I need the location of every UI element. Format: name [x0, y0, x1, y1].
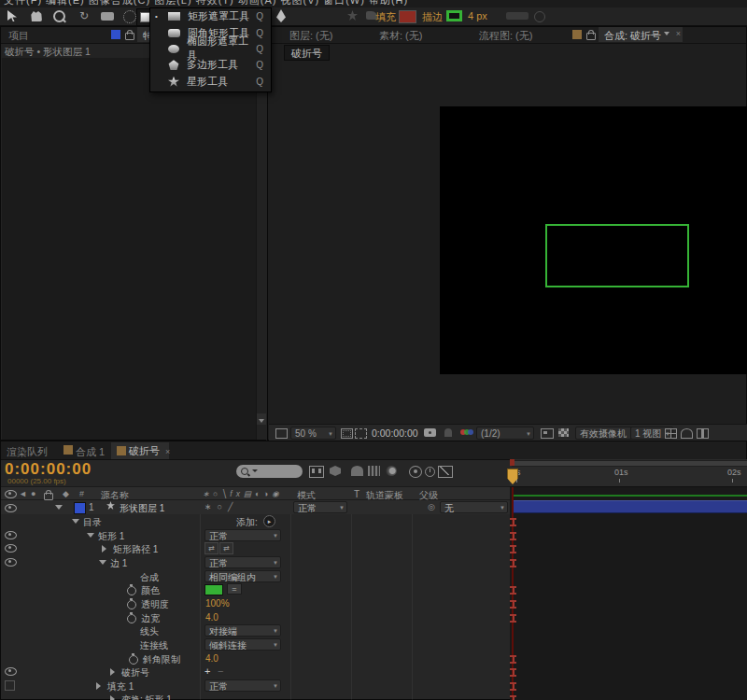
current-timecode[interactable]: 0:00:00:00 [5, 460, 92, 479]
fill-label[interactable]: 填充 [375, 10, 396, 24]
color-swatch[interactable] [204, 584, 223, 595]
snapshot-camera-icon[interactable] [424, 428, 436, 437]
property-row-边 1[interactable]: 边 1正常 [1, 555, 510, 568]
region-of-interest-icon[interactable] [355, 428, 367, 439]
twirl-down-arrow[interactable] [72, 519, 79, 524]
twirl-right-arrow[interactable] [110, 668, 115, 676]
camera-tool[interactable] [101, 12, 114, 21]
comp-lock-icon[interactable] [586, 33, 596, 40]
menu-item-polygon-tool[interactable]: 多边形工具Q [150, 57, 271, 73]
stopwatch-icon[interactable] [127, 600, 136, 609]
comp-tab-menu-arrow[interactable] [664, 32, 669, 35]
property-time-mark[interactable] [510, 614, 516, 623]
menu-item-rect-tool[interactable]: •矩形遮罩工具Q [150, 8, 271, 24]
tab-comp1[interactable]: 合成 1 [76, 443, 105, 459]
mini-flowchart-icon[interactable] [309, 466, 324, 478]
hand-tool[interactable] [30, 11, 42, 21]
property-dropdown[interactable]: 正常 [204, 556, 281, 568]
tab-dash-comp[interactable]: 破折号 × [111, 442, 169, 459]
search-box[interactable] [236, 465, 303, 478]
grid-guides-icon[interactable] [665, 428, 677, 439]
property-time-mark[interactable] [510, 600, 516, 609]
property-row-透明度[interactable]: 透明度100% [1, 596, 510, 609]
property-dropdown[interactable]: 正常 [204, 529, 281, 541]
tab-composition[interactable]: 合成: 破折号 × [599, 27, 683, 42]
visibility-eye-icon[interactable] [5, 667, 17, 676]
property-time-mark[interactable] [510, 695, 516, 700]
property-time-mark[interactable] [510, 545, 516, 553]
property-row-边宽[interactable]: 边宽4.0 [1, 610, 510, 623]
always-preview-icon[interactable] [275, 428, 288, 439]
property-row-破折号[interactable]: 破折号+− [1, 665, 510, 678]
fast-previews-icon[interactable] [541, 428, 554, 439]
property-time-mark[interactable] [510, 559, 516, 567]
property-row-合成[interactable]: 合成相同编组内 [1, 569, 510, 582]
work-area-start-marker[interactable] [510, 459, 514, 466]
property-time-mark[interactable] [510, 532, 516, 540]
timeline-ruler[interactable]: 0s01s02s [510, 459, 747, 486]
scrollbar-down-button[interactable] [257, 413, 266, 425]
show-snapshot-icon[interactable] [444, 428, 452, 437]
property-time-mark[interactable] [510, 586, 516, 595]
rotation-tool[interactable]: ↻ [79, 9, 89, 22]
exposure-icon[interactable] [681, 428, 693, 439]
property-row-矩形路径 1[interactable]: 矩形路径 1⇄⇄ [1, 541, 510, 554]
property-time-mark[interactable] [510, 518, 516, 526]
layer-row[interactable]: 1 形状图层 1 ∗○╱ 正常 ◎ 无 [1, 500, 510, 514]
property-time-mark[interactable] [510, 682, 516, 691]
graph-editor-icon[interactable] [438, 466, 453, 478]
pixel-aspect-icon[interactable] [697, 428, 709, 439]
menubar[interactable]: 文件(F) 编辑(E) 图像合成(C) 图层(L) 特效(T) 动画(A) 视图… [0, 0, 747, 7]
add-dash-button[interactable]: + [204, 665, 210, 677]
add-property-button[interactable]: ▸ [263, 515, 275, 527]
shape-rectangle[interactable] [545, 224, 689, 287]
property-row-颜色[interactable]: 颜色= [1, 582, 510, 595]
property-row-线头[interactable]: 线头对接端 [1, 623, 510, 637]
tab-project[interactable]: 项目 [8, 27, 29, 43]
trkmat-t-column[interactable]: T [354, 489, 359, 499]
property-name[interactable]: 变换: 矩形 1 [121, 693, 172, 700]
zoom-level-dropdown[interactable]: 50 % [290, 427, 336, 440]
layer-switches[interactable]: ∗○╱ [204, 502, 238, 511]
property-row-填充 1[interactable]: 填充 1正常 [1, 679, 510, 692]
comp-tab-close-icon[interactable]: × [676, 29, 681, 38]
color-equals-button[interactable]: = [227, 583, 242, 595]
lock-icon[interactable] [125, 33, 134, 40]
twirl-down-arrow[interactable] [99, 560, 106, 565]
layer-visibility-eye-icon[interactable] [5, 504, 17, 512]
draft-3d-icon[interactable] [330, 466, 341, 476]
property-value[interactable]: 4.0 [205, 653, 218, 664]
property-value[interactable]: 4.0 [205, 612, 218, 623]
layer-label-color[interactable] [74, 502, 86, 514]
twirl-right-arrow[interactable] [110, 695, 115, 700]
visibility-eye-icon[interactable] [5, 531, 17, 539]
composition-canvas[interactable] [440, 106, 747, 374]
stopwatch-icon[interactable] [127, 614, 136, 623]
property-row-变换: 矩形 1[interactable]: 变换: 矩形 1 [1, 692, 510, 700]
selection-tool[interactable] [7, 10, 21, 22]
tab-render-queue[interactable]: 渲染队列 [7, 443, 48, 459]
scrollbar-track[interactable] [256, 58, 267, 440]
property-row-斜角限制[interactable]: 斜角限制4.0 [1, 651, 510, 665]
visibility-eye-icon[interactable] [5, 544, 17, 553]
stroke-color-swatch[interactable] [446, 10, 462, 21]
fill-color-swatch[interactable] [399, 10, 416, 23]
layer-duration-bar[interactable] [513, 500, 747, 513]
property-time-mark[interactable] [510, 655, 516, 664]
stroke-label[interactable]: 描边 [422, 10, 443, 24]
dash-tab-close-icon[interactable]: × [165, 447, 170, 456]
property-dropdown[interactable]: 相同编组内 [204, 570, 281, 582]
property-row-矩形 1[interactable]: 矩形 1正常 [1, 528, 510, 541]
viewer-tab-2[interactable]: 流程图: (无) [479, 27, 532, 43]
property-time-mark[interactable] [510, 668, 516, 677]
safe-margins-icon[interactable] [341, 428, 353, 439]
twirl-right-arrow[interactable] [96, 682, 101, 690]
motion-blur-icon[interactable] [386, 466, 397, 476]
visibility-eye-icon[interactable] [5, 558, 17, 567]
comp-view-tab[interactable]: 破折号 [284, 45, 330, 61]
transparency-grid-icon[interactable] [558, 428, 569, 437]
twirl-right-arrow[interactable] [102, 545, 106, 553]
pan-behind-tool[interactable] [123, 10, 136, 23]
layer-mode-dropdown[interactable]: 正常 [293, 501, 347, 513]
layer-expand-arrow[interactable] [55, 505, 63, 510]
